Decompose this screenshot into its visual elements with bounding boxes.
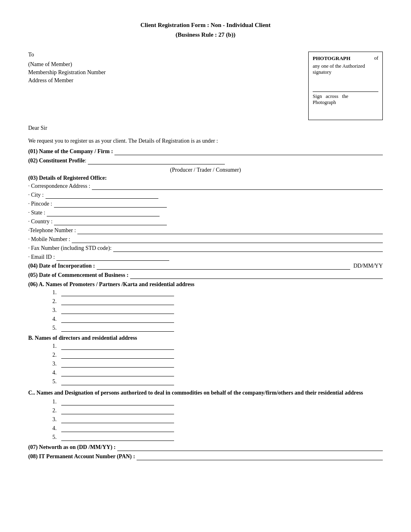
address-block: To (Name of Member) Membership Registrat… [28, 52, 300, 84]
f06a-list: 1. 2. 3. 4. 5. [52, 289, 383, 332]
field-07: (07) Networth as on (DD /MM/YY) : [28, 444, 383, 451]
f03-correspondence: · Correspondence Address : [28, 183, 383, 190]
f07-label: (07) Networth as on (DD /MM/YY) : [28, 444, 116, 451]
f06b-label: B. Names of directors and residential ad… [28, 335, 383, 341]
list-item: 2. [52, 298, 383, 305]
f03-fax: · Fax Number (including STD code): [28, 245, 383, 252]
f03-city: · City : [28, 192, 383, 199]
f03-header: (03) Details of Registered Office: [28, 175, 383, 181]
f03-pincode-input[interactable] [54, 201, 167, 208]
member-name: (Name of Member) [28, 61, 300, 68]
list-item: 1. [52, 399, 383, 405]
page-title: Client Registration Form : Non - Individ… [28, 20, 383, 39]
f03-fax-input[interactable] [113, 245, 383, 252]
request-text: We request you to register us as your cl… [28, 138, 383, 144]
f03-country: · Country : [28, 218, 383, 225]
dear-sir: Dear Sir [28, 125, 383, 131]
list-item: 1. [52, 343, 383, 350]
photo-sign-area: Sign across the Photograph [313, 91, 378, 106]
f02-label: (02) Constituent Profile [28, 158, 85, 164]
list-item: 2. [52, 407, 383, 414]
list-item: 1. [52, 289, 383, 296]
to-label: To [28, 52, 300, 58]
f03-state: · State : [28, 210, 383, 216]
f04-input[interactable] [97, 263, 350, 270]
membership-number: Membership Registration Number [28, 69, 300, 76]
field-05: (05) Date of Commencement of Business : [28, 272, 383, 279]
header-area: To (Name of Member) Membership Registrat… [28, 52, 383, 120]
photo-title: PHOTOGRAPH [313, 55, 351, 62]
f03-pincode: · Pincode : [28, 201, 383, 208]
title-line2: (Business Rule : 27 (b)) [28, 30, 383, 39]
f06c-label: C.. Names and Designation of persons aut… [28, 389, 383, 397]
f06b-list: 1. 2. 3. 4. 5. [52, 343, 383, 385]
list-item: 5. [52, 378, 383, 385]
f06a-label: (06) A. Names of Promoters / Partners /K… [28, 281, 383, 288]
f07-input[interactable] [117, 444, 383, 451]
photo-line2: any one of the Authorized [313, 63, 378, 69]
f03-email: · Email ID : [28, 254, 383, 261]
field-06a-section: (06) A. Names of Promoters / Partners /K… [28, 281, 383, 332]
f05-input[interactable] [130, 272, 383, 279]
field-02: (02) Constituent Profile : [28, 158, 383, 164]
field-01: (01) Name of the Company / Firm : [28, 148, 383, 155]
f04-suffix: DD/MM/YY [353, 263, 383, 269]
field-08: (08) IT Permanent Account Number (PAN) : [28, 453, 383, 460]
f01-label: (01) Name of the Company / Firm : [28, 148, 113, 155]
f06c-list: 1. 2. 3. 4. 5. [52, 399, 383, 441]
f02-input[interactable] [88, 158, 225, 164]
list-item: 4. [52, 370, 383, 376]
f08-input[interactable] [137, 453, 383, 460]
list-item: 4. [52, 425, 383, 432]
list-item: 5. [52, 434, 383, 441]
photo-line3: signatory [313, 69, 378, 75]
title-line1: Client Registration Form : Non - Individ… [28, 20, 383, 30]
f03-city-input[interactable] [46, 192, 158, 199]
f02-note: (Producer / Trader / Consumer) [28, 167, 383, 173]
f04-label: (04) Date of Incorporation : [28, 263, 95, 269]
list-item: 3. [52, 361, 383, 368]
f03-telephone-input[interactable] [77, 227, 383, 234]
f03-correspondence-input[interactable] [92, 183, 383, 190]
sign-text: Sign across the Photograph [313, 94, 348, 106]
photo-top: PHOTOGRAPH of [313, 55, 378, 62]
field-06c-section: C.. Names and Designation of persons aut… [28, 389, 383, 441]
f03-mobile-input[interactable] [72, 236, 383, 243]
f05-label: (05) Date of Commencement of Business : [28, 272, 129, 278]
list-item: 3. [52, 416, 383, 423]
photo-box: PHOTOGRAPH of any one of the Authorized … [308, 52, 383, 120]
f03-country-input[interactable] [54, 218, 167, 225]
list-item: 5. [52, 325, 383, 332]
f03-email-input[interactable] [56, 254, 169, 261]
photo-of: of [374, 55, 378, 62]
f03-mobile: · Mobile Number : [28, 236, 383, 243]
f03-state-input[interactable] [47, 210, 160, 216]
list-item: 2. [52, 352, 383, 359]
address-member: Address of Member [28, 77, 300, 84]
f03-telephone: ·Telephone Number : [28, 227, 383, 234]
list-item: 4. [52, 316, 383, 323]
field-06b-section: B. Names of directors and residential ad… [28, 335, 383, 385]
f08-label: (08) IT Permanent Account Number (PAN) : [28, 453, 135, 460]
list-item: 3. [52, 307, 383, 314]
f01-input[interactable] [114, 148, 383, 155]
field-04: (04) Date of Incorporation : DD/MM/YY [28, 263, 383, 270]
